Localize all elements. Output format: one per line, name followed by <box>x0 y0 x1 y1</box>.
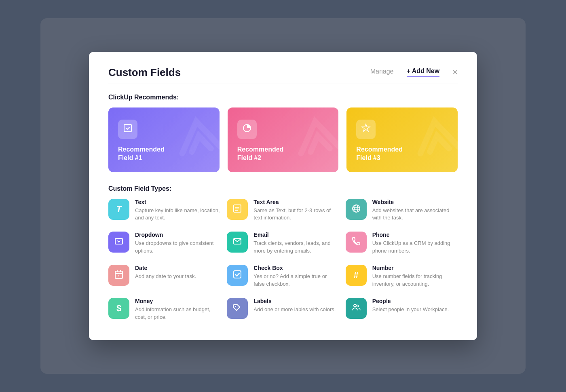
people-desc: Select people in your Workplace. <box>372 306 449 314</box>
date-name: Date <box>135 265 196 271</box>
rec-icon-2 <box>242 123 252 135</box>
field-types-section: Custom Field Types: T Text Capture key i… <box>108 185 458 321</box>
field-item-text[interactable]: T Text Capture key info like name, locat… <box>108 199 220 222</box>
field-item-phone[interactable]: Phone Use ClickUp as a CRM by adding pho… <box>346 232 458 255</box>
rec-icon-wrap-1 <box>118 120 137 139</box>
dropdown-name: Dropdown <box>135 232 220 238</box>
svg-point-6 <box>353 205 360 212</box>
website-icon <box>351 204 361 215</box>
rec-card-bg-2 <box>290 107 339 169</box>
number-name: Number <box>372 265 458 271</box>
text-name: Text <box>135 199 220 205</box>
website-name: Website <box>372 199 458 205</box>
dropdown-icon <box>114 236 124 248</box>
website-info: Website Add websites that are associated… <box>372 199 458 222</box>
recommended-grid: RecommendedField #1 <box>108 107 458 172</box>
svg-text:1: 1 <box>118 275 120 278</box>
website-desc: Add websites that are associated with th… <box>372 207 458 222</box>
modal-title: Custom Fields <box>108 66 370 79</box>
screen-background: Custom Fields Manage + Add New × ClickUp… <box>40 18 526 374</box>
field-item-money[interactable]: $ Money Add information such as budget, … <box>108 298 220 321</box>
field-types-grid: T Text Capture key info like name, locat… <box>108 199 458 321</box>
header-divider <box>108 84 458 84</box>
labels-name: Labels <box>253 298 336 304</box>
people-name: People <box>372 298 449 304</box>
money-icon: $ <box>116 303 121 314</box>
recommended-card-1[interactable]: RecommendedField #1 <box>108 107 220 172</box>
dropdown-desc: Use dropdowns to give consistent options… <box>135 240 220 255</box>
checkbox-icon-wrap <box>227 265 248 286</box>
phone-info: Phone Use ClickUp as a CRM by adding pho… <box>372 232 458 255</box>
textarea-icon-wrap <box>227 199 248 220</box>
labels-info: Labels Add one or more lables with color… <box>253 298 336 314</box>
textarea-name: Text Area <box>253 199 339 205</box>
phone-icon <box>351 236 361 248</box>
close-button[interactable]: × <box>452 68 458 77</box>
labels-icon-wrap <box>227 298 248 319</box>
text-desc: Capture key info like name, location, an… <box>135 207 220 222</box>
text-info: Text Capture key info like name, locatio… <box>135 199 220 222</box>
field-item-dropdown[interactable]: Dropdown Use dropdowns to give consisten… <box>108 232 220 255</box>
textarea-info: Text Area Same as Text, but for 2-3 rows… <box>253 199 339 222</box>
tabs-container: Manage + Add New <box>370 67 439 77</box>
field-item-checkbox[interactable]: Check Box Yes or no? Add a simple true o… <box>227 265 339 288</box>
textarea-icon <box>232 204 242 215</box>
recommended-section: ClickUp Recommends: <box>108 94 458 172</box>
checkbox-icon <box>232 270 242 281</box>
checkbox-desc: Yes or no? Add a simple true or false ch… <box>253 273 339 288</box>
money-icon-wrap: $ <box>108 298 129 319</box>
field-item-people[interactable]: People Select people in your Workplace. <box>346 298 458 321</box>
text-icon: T <box>116 204 121 215</box>
svg-point-20 <box>357 305 359 307</box>
recommended-card-3[interactable]: RecommendedField #3 <box>346 107 458 172</box>
people-info: People Select people in your Workplace. <box>372 298 449 314</box>
email-info: Email Track clents, vendors, leads, and … <box>253 232 339 255</box>
people-icon-wrap <box>346 298 367 319</box>
dropdown-info: Dropdown Use dropdowns to give consisten… <box>135 232 220 255</box>
email-name: Email <box>253 232 339 238</box>
website-icon-wrap <box>346 199 367 220</box>
field-item-labels[interactable]: Labels Add one or more lables with color… <box>227 298 339 321</box>
date-icon-wrap: 1 <box>108 265 129 286</box>
phone-icon-wrap <box>346 232 367 253</box>
checkbox-name: Check Box <box>253 265 339 271</box>
recommended-title: ClickUp Recommends: <box>108 94 458 101</box>
email-icon <box>232 236 242 248</box>
rec-icon-3 <box>361 123 371 135</box>
rec-icon-wrap-3 <box>356 120 376 139</box>
modal-header: Custom Fields Manage + Add New × <box>108 66 458 79</box>
number-info: Number Use number fields for tracking in… <box>372 265 458 288</box>
number-desc: Use number fields for tracking inventory… <box>372 273 458 288</box>
labels-desc: Add one or more lables with colors. <box>253 306 336 314</box>
svg-point-7 <box>355 205 358 212</box>
money-desc: Add information such as budget, cost, or… <box>135 306 220 321</box>
date-icon: 1 <box>114 270 124 281</box>
field-item-textarea[interactable]: Text Area Same as Text, but for 2-3 rows… <box>227 199 339 222</box>
money-name: Money <box>135 298 220 304</box>
textarea-desc: Same as Text, but for 2-3 rows of text i… <box>253 207 339 222</box>
number-icon-wrap: # <box>346 265 367 286</box>
text-icon-wrap: T <box>108 199 129 220</box>
checkbox-info: Check Box Yes or no? Add a simple true o… <box>253 265 339 288</box>
rec-icon-wrap-2 <box>237 120 257 139</box>
field-item-date[interactable]: 1 Date Add any date to your task. <box>108 265 220 288</box>
svg-rect-2 <box>234 205 241 212</box>
rec-icon-1 <box>123 123 133 135</box>
date-desc: Add any date to your task. <box>135 273 196 280</box>
field-item-website[interactable]: Website Add websites that are associated… <box>346 199 458 222</box>
email-desc: Track clents, vendors, leads, and more b… <box>253 240 339 255</box>
recommended-card-2[interactable]: RecommendedField #2 <box>228 107 339 172</box>
field-item-number[interactable]: # Number Use number fields for tracking … <box>346 265 458 288</box>
svg-point-19 <box>354 304 356 307</box>
svg-rect-17 <box>234 271 241 278</box>
phone-desc: Use ClickUp as a CRM by adding phone num… <box>372 240 458 255</box>
date-info: Date Add any date to your task. <box>135 265 196 280</box>
field-item-email[interactable]: Email Track clents, vendors, leads, and … <box>227 232 339 255</box>
svg-point-18 <box>235 306 236 307</box>
tab-manage[interactable]: Manage <box>370 68 394 77</box>
people-icon <box>351 303 361 314</box>
tab-add-new[interactable]: + Add New <box>407 67 440 77</box>
phone-name: Phone <box>372 232 458 238</box>
money-info: Money Add information such as budget, co… <box>135 298 220 321</box>
number-icon: # <box>354 270 359 280</box>
